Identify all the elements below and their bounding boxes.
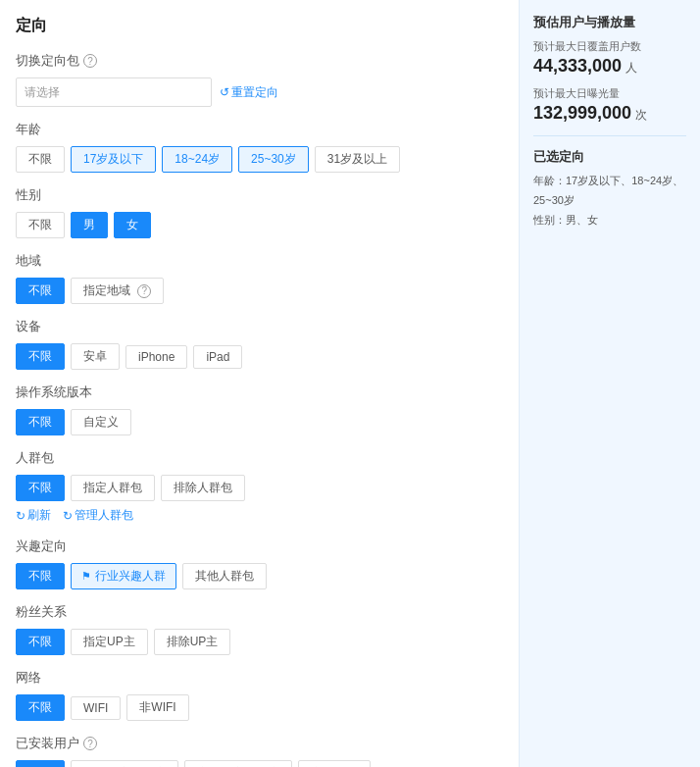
device-unlimited-btn[interactable]: 不限: [16, 343, 65, 370]
selected-age-info: 年龄：17岁及以下、18~24岁、25~30岁: [533, 172, 686, 211]
installed-targeting-btn[interactable]: 定向已安装用户: [184, 760, 292, 767]
device-android-btn[interactable]: 安卓: [71, 343, 120, 370]
age-unlimited-btn[interactable]: 不限: [16, 146, 65, 173]
installed-exclude-btn[interactable]: 过滤已安装用户: [71, 760, 178, 767]
network-wifi-btn[interactable]: WIFI: [71, 696, 121, 720]
gender-label: 性别: [16, 186, 41, 204]
os-custom-btn[interactable]: 自定义: [71, 409, 131, 435]
fans-specify-up-btn[interactable]: 指定UP主: [71, 629, 148, 655]
network-label: 网络: [16, 669, 41, 687]
right-sidebar: 预估用户与播放量 预计最大日覆盖用户数 44,333,000 人 预计最大日曝光…: [519, 0, 700, 767]
interest-section: 兴趣定向 不限 ⚑ 行业兴趣人群 其他人群包: [16, 537, 503, 589]
flag-icon: ⚑: [81, 570, 91, 583]
interest-other-btn[interactable]: 其他人群包: [182, 563, 267, 589]
interest-label: 兴趣定向: [16, 537, 67, 555]
network-unlimited-btn[interactable]: 不限: [16, 694, 65, 721]
installed-unlimited-btn[interactable]: 不限: [16, 760, 65, 767]
selected-gender-info: 性别：男、女: [533, 211, 686, 230]
age-options: 不限 17岁及以下 18~24岁 25~30岁 31岁及以上: [16, 146, 503, 173]
refresh-icon: ↻: [16, 509, 25, 523]
os-version-options: 不限 自定义: [16, 409, 503, 435]
stat2-value: 132,999,000: [533, 103, 631, 124]
gender-section: 性别 不限 男 女: [16, 186, 503, 238]
age-under17-btn[interactable]: 17岁及以下: [71, 146, 156, 173]
age-25to30-btn[interactable]: 25~30岁: [238, 146, 309, 173]
installed-users-options: 不限 过滤已安装用户 定向已安装用户 定向其他: [16, 760, 503, 767]
gender-unlimited-btn[interactable]: 不限: [16, 212, 65, 238]
installed-users-section: 已安装用户 ? 不限 过滤已安装用户 定向已安装用户 定向其他: [16, 735, 503, 767]
interest-options: 不限 ⚑ 行业兴趣人群 其他人群包: [16, 563, 503, 589]
device-iphone-btn[interactable]: iPhone: [125, 345, 187, 369]
network-options: 不限 WIFI 非WIFI: [16, 694, 503, 721]
crowd-unlimited-btn[interactable]: 不限: [16, 475, 65, 501]
sidebar-section1-title: 预估用户与播放量: [533, 14, 686, 31]
age-section: 年龄 不限 17岁及以下 18~24岁 25~30岁 31岁及以上: [16, 121, 503, 173]
targeting-package-label: 切换定向包: [16, 52, 79, 70]
os-version-label: 操作系统版本: [16, 384, 92, 401]
crowd-pack-options: 不限 指定人群包 排除人群包: [16, 475, 503, 501]
crowd-pack-links: ↻ 刷新 ↻ 管理人群包: [16, 507, 503, 524]
age-over31-btn[interactable]: 31岁及以上: [315, 146, 400, 173]
stat1-value: 44,333,000: [533, 56, 622, 77]
region-unlimited-btn[interactable]: 不限: [16, 278, 65, 304]
fans-exclude-up-btn[interactable]: 排除UP主: [154, 629, 231, 655]
network-section: 网络 不限 WIFI 非WIFI: [16, 669, 503, 721]
stat1-label: 预计最大日覆盖用户数: [533, 39, 686, 54]
network-non-wifi-btn[interactable]: 非WIFI: [126, 694, 188, 721]
region-section: 地域 不限 指定地域 ?: [16, 252, 503, 304]
device-label: 设备: [16, 318, 41, 335]
manage-icon: ↻: [63, 509, 73, 523]
device-section: 设备 不限 安卓 iPhone iPad: [16, 318, 503, 370]
manage-crowd-link[interactable]: ↻ 管理人群包: [63, 507, 133, 524]
fans-unlimited-btn[interactable]: 不限: [16, 629, 65, 655]
installed-users-label: 已安装用户: [16, 735, 79, 752]
region-help-icon[interactable]: ?: [137, 284, 151, 298]
reset-targeting-button[interactable]: ↺ 重置定向: [220, 84, 278, 101]
age-18to24-btn[interactable]: 18~24岁: [162, 146, 232, 173]
sidebar-section2-title: 已选定向: [533, 148, 686, 166]
crowd-include-btn[interactable]: 指定人群包: [71, 475, 155, 501]
fans-label: 粉丝关系: [16, 603, 67, 621]
fans-section: 粉丝关系 不限 指定UP主 排除UP主: [16, 603, 503, 655]
stat1-unit: 人: [625, 60, 637, 77]
installed-users-help-icon[interactable]: ?: [83, 737, 97, 750]
crowd-exclude-btn[interactable]: 排除人群包: [161, 475, 245, 501]
os-unlimited-btn[interactable]: 不限: [16, 409, 65, 435]
crowd-pack-section: 人群包 不限 指定人群包 排除人群包 ↻ 刷新 ↻ 管理人群包: [16, 449, 503, 524]
region-options: 不限 指定地域 ?: [16, 278, 503, 304]
interest-unlimited-btn[interactable]: 不限: [16, 563, 65, 589]
device-options: 不限 安卓 iPhone iPad: [16, 343, 503, 370]
installed-other-btn[interactable]: 定向其他: [298, 760, 371, 767]
interest-industry-tag[interactable]: ⚑ 行业兴趣人群: [71, 563, 176, 589]
gender-options: 不限 男 女: [16, 212, 503, 238]
region-custom-btn[interactable]: 指定地域 ?: [71, 278, 164, 304]
crowd-pack-label: 人群包: [16, 449, 54, 467]
gender-male-btn[interactable]: 男: [71, 212, 108, 238]
sidebar-divider: [533, 135, 686, 136]
stat2-unit: 次: [635, 107, 647, 124]
stat2-label: 预计最大日曝光量: [533, 86, 686, 101]
reset-icon: ↺: [220, 85, 229, 99]
os-version-section: 操作系统版本 不限 自定义: [16, 384, 503, 435]
gender-female-btn[interactable]: 女: [114, 212, 151, 238]
fans-options: 不限 指定UP主 排除UP主: [16, 629, 503, 655]
region-label: 地域: [16, 252, 41, 270]
targeting-package-select[interactable]: 请选择: [16, 77, 212, 107]
refresh-crowd-link[interactable]: ↻ 刷新: [16, 507, 51, 524]
device-ipad-btn[interactable]: iPad: [193, 345, 242, 369]
age-label: 年龄: [16, 121, 41, 138]
targeting-package-help-icon[interactable]: ?: [83, 54, 97, 68]
page-title: 定向: [16, 16, 503, 36]
targeting-package-section: 切换定向包 ? 请选择 ↺ 重置定向: [16, 52, 503, 107]
